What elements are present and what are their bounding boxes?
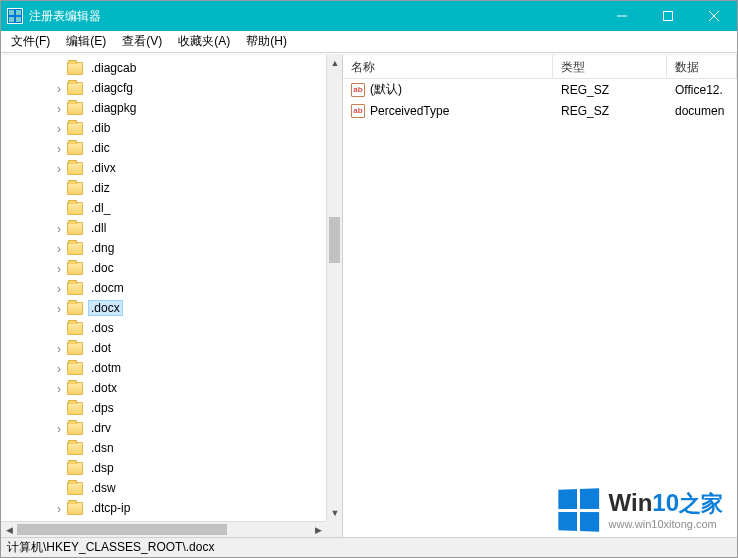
folder-icon: [67, 342, 83, 355]
scrollbar-thumb-h[interactable]: [17, 524, 227, 535]
close-button[interactable]: [691, 1, 737, 31]
folder-icon: [67, 442, 83, 455]
tree-item[interactable]: .dsp: [1, 458, 326, 478]
expander-icon[interactable]: ›: [52, 281, 66, 295]
menu-bar: 文件(F) 编辑(E) 查看(V) 收藏夹(A) 帮助(H): [1, 31, 737, 53]
menu-view[interactable]: 查看(V): [116, 31, 168, 52]
menu-edit[interactable]: 编辑(E): [60, 31, 112, 52]
expander-placeholder: [52, 61, 66, 75]
folder-icon: [67, 482, 83, 495]
tree-item-label: .docm: [88, 280, 127, 296]
tree-item-label: .dotx: [88, 380, 120, 396]
title-bar: 注册表编辑器: [1, 1, 737, 31]
tree-item[interactable]: ›.dtcp-ip: [1, 498, 326, 518]
values-list[interactable]: ab(默认)REG_SZOffice12.abPerceivedTypeREG_…: [343, 79, 737, 121]
expander-icon[interactable]: ›: [52, 421, 66, 435]
tree-item[interactable]: ›.diagpkg: [1, 98, 326, 118]
tree-item-label: .diagcab: [88, 60, 139, 76]
tree-item[interactable]: ›.dotm: [1, 358, 326, 378]
scrollbar-thumb[interactable]: [329, 217, 340, 263]
expander-icon[interactable]: ›: [52, 161, 66, 175]
expander-icon[interactable]: ›: [52, 221, 66, 235]
expander-icon[interactable]: ›: [52, 501, 66, 515]
tree-item[interactable]: ›.divx: [1, 158, 326, 178]
folder-icon: [67, 162, 83, 175]
column-name[interactable]: 名称: [343, 55, 553, 78]
scroll-up-arrow[interactable]: ▲: [327, 55, 343, 71]
window-title: 注册表编辑器: [29, 8, 599, 25]
tree-item-label: .dl_: [88, 200, 113, 216]
value-row[interactable]: ab(默认)REG_SZOffice12.: [343, 79, 737, 100]
maximize-button[interactable]: [645, 1, 691, 31]
column-type[interactable]: 类型: [553, 55, 667, 78]
expander-placeholder: [52, 181, 66, 195]
scroll-left-arrow[interactable]: ◀: [1, 522, 17, 537]
tree-item[interactable]: ›.dot: [1, 338, 326, 358]
tree-item-label: .divx: [88, 160, 119, 176]
tree-item-label: .dsp: [88, 460, 117, 476]
tree-item-label: .doc: [88, 260, 117, 276]
menu-help[interactable]: 帮助(H): [240, 31, 293, 52]
expander-placeholder: [52, 321, 66, 335]
svg-rect-1: [664, 12, 673, 21]
expander-icon[interactable]: ›: [52, 101, 66, 115]
values-pane: 名称 类型 数据 ab(默认)REG_SZOffice12.abPerceive…: [343, 55, 737, 537]
folder-icon: [67, 402, 83, 415]
tree-item[interactable]: ›.dic: [1, 138, 326, 158]
tree-item[interactable]: ›.diagcfg: [1, 78, 326, 98]
status-bar: 计算机\HKEY_CLASSES_ROOT\.docx: [1, 537, 737, 557]
menu-favorites[interactable]: 收藏夹(A): [172, 31, 236, 52]
value-row[interactable]: abPerceivedTypeREG_SZdocumen: [343, 100, 737, 121]
folder-icon: [67, 242, 83, 255]
minimize-button[interactable]: [599, 1, 645, 31]
folder-icon: [67, 322, 83, 335]
scroll-down-arrow[interactable]: ▼: [327, 505, 343, 521]
tree-item[interactable]: ›.docm: [1, 278, 326, 298]
expander-icon[interactable]: ›: [52, 261, 66, 275]
expander-icon[interactable]: ›: [52, 241, 66, 255]
expander-icon[interactable]: ›: [52, 361, 66, 375]
folder-icon: [67, 102, 83, 115]
expander-icon[interactable]: ›: [52, 81, 66, 95]
folder-icon: [67, 142, 83, 155]
scroll-right-arrow[interactable]: ▶: [310, 522, 326, 537]
app-icon: [7, 8, 23, 24]
expander-placeholder: [52, 201, 66, 215]
expander-placeholder: [52, 461, 66, 475]
tree-item-label: .dtcp-ip: [88, 500, 133, 516]
menu-file[interactable]: 文件(F): [5, 31, 56, 52]
tree-item[interactable]: .diagcab: [1, 58, 326, 78]
tree-item[interactable]: ›.dng: [1, 238, 326, 258]
tree-item[interactable]: .dl_: [1, 198, 326, 218]
value-name: PerceivedType: [370, 104, 449, 118]
tree-item-label: .dot: [88, 340, 114, 356]
value-name: (默认): [370, 81, 402, 98]
tree-item-label: .docx: [88, 300, 123, 316]
tree-item[interactable]: .dsn: [1, 438, 326, 458]
tree-item[interactable]: ›.docx: [1, 298, 326, 318]
tree-horizontal-scrollbar[interactable]: ◀ ▶: [1, 521, 326, 537]
tree-item[interactable]: ›.dotx: [1, 378, 326, 398]
tree-item[interactable]: .dos: [1, 318, 326, 338]
tree-item-label: .dos: [88, 320, 117, 336]
expander-icon[interactable]: ›: [52, 301, 66, 315]
tree-item[interactable]: ›.doc: [1, 258, 326, 278]
expander-icon[interactable]: ›: [52, 381, 66, 395]
value-type: REG_SZ: [553, 83, 667, 97]
tree-item-label: .drv: [88, 420, 114, 436]
tree-item[interactable]: .diz: [1, 178, 326, 198]
string-value-icon: ab: [351, 104, 365, 118]
value-data: documen: [667, 104, 737, 118]
registry-tree[interactable]: .diagcab›.diagcfg›.diagpkg›.dib›.dic›.di…: [1, 55, 326, 521]
tree-item[interactable]: .dps: [1, 398, 326, 418]
window-controls: [599, 1, 737, 31]
column-data[interactable]: 数据: [667, 55, 737, 78]
tree-item[interactable]: ›.dll: [1, 218, 326, 238]
expander-icon[interactable]: ›: [52, 121, 66, 135]
expander-icon[interactable]: ›: [52, 341, 66, 355]
tree-item[interactable]: ›.drv: [1, 418, 326, 438]
tree-item[interactable]: ›.dib: [1, 118, 326, 138]
expander-icon[interactable]: ›: [52, 141, 66, 155]
tree-item[interactable]: .dsw: [1, 478, 326, 498]
tree-vertical-scrollbar[interactable]: ▲ ▼: [326, 55, 342, 521]
